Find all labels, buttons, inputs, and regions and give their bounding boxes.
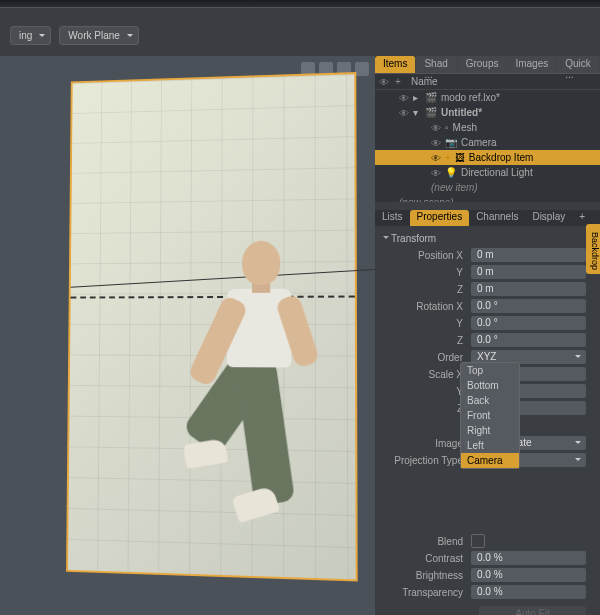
- label-scaley: Y: [383, 386, 471, 397]
- input-roty[interactable]: 0.0 °: [471, 316, 586, 330]
- popup-right[interactable]: Right: [461, 423, 519, 438]
- input-posy[interactable]: 0 m: [471, 265, 586, 279]
- panel-tabs: Items Shad ... Groups Images Quick ...: [375, 56, 600, 74]
- label-posx: Position X: [383, 250, 471, 261]
- input-contrast[interactable]: 0.0 %: [471, 551, 586, 565]
- label-scalex: Scale X: [383, 369, 471, 380]
- popup-left[interactable]: Left: [461, 438, 519, 453]
- item-tree[interactable]: 👁 + Name 👁▸🎬modo ref.lxo* 👁▾🎬Untitled* 👁…: [375, 74, 600, 202]
- toolbar: ing Work Plane: [0, 24, 600, 46]
- tree-item-new-scene[interactable]: (new scene): [375, 195, 600, 202]
- popup-top[interactable]: Top: [461, 363, 519, 378]
- vtab-backdrop[interactable]: Backdrop: [586, 224, 600, 274]
- property-tabs: Lists Properties Channels Display +: [375, 210, 600, 226]
- label-projection: Projection Type: [383, 455, 471, 466]
- tree-item-scene-ref[interactable]: 👁▸🎬modo ref.lxo*: [375, 90, 600, 105]
- popup-bottom[interactable]: Bottom: [461, 378, 519, 393]
- tab-shad[interactable]: Shad ...: [416, 56, 457, 73]
- tab-lists[interactable]: Lists: [375, 210, 410, 226]
- viewport-3d[interactable]: [0, 56, 375, 615]
- tab-items[interactable]: Items: [375, 56, 416, 73]
- tab-channels[interactable]: Channels: [469, 210, 525, 226]
- label-order: Order: [383, 352, 471, 363]
- input-posx[interactable]: 0 m: [471, 248, 586, 262]
- popup-back[interactable]: Back: [461, 393, 519, 408]
- tree-item-new[interactable]: (new item): [375, 180, 600, 195]
- label-brightness: Brightness: [383, 570, 471, 581]
- popup-front[interactable]: Front: [461, 408, 519, 423]
- snapping-dropdown[interactable]: ing: [10, 26, 51, 45]
- checkbox-blend[interactable]: [471, 534, 485, 548]
- backdrop-image-figure: [166, 240, 338, 526]
- right-panel: Items Shad ... Groups Images Quick ... 👁…: [375, 56, 600, 615]
- input-brightness[interactable]: 0.0 %: [471, 568, 586, 582]
- tree-item-scene-untitled[interactable]: 👁▾🎬Untitled*: [375, 105, 600, 120]
- label-contrast: Contrast: [383, 553, 471, 564]
- label-roty: Y: [383, 318, 471, 329]
- input-posz[interactable]: 0 m: [471, 282, 586, 296]
- popup-camera[interactable]: Camera: [461, 453, 519, 468]
- tree-item-mesh[interactable]: 👁▫Mesh: [375, 120, 600, 135]
- projection-popup[interactable]: Top Bottom Back Front Right Left Camera: [460, 362, 520, 469]
- name-column: Name: [411, 76, 438, 87]
- tree-item-light[interactable]: 👁💡Directional Light: [375, 165, 600, 180]
- label-blend: Blend: [383, 536, 471, 547]
- visibility-column-icon: 👁: [379, 77, 389, 87]
- label-image: Image: [383, 438, 471, 449]
- label-scalez: Z: [383, 403, 471, 414]
- input-transparency[interactable]: 0.0 %: [471, 585, 586, 599]
- maximize-icon[interactable]: [355, 62, 369, 76]
- tree-item-camera[interactable]: 👁📷Camera: [375, 135, 600, 150]
- label-posy: Y: [383, 267, 471, 278]
- add-item-icon[interactable]: +: [395, 76, 405, 87]
- workplane-dropdown[interactable]: Work Plane: [59, 26, 139, 45]
- window-chrome: [0, 0, 600, 8]
- label-posz: Z: [383, 284, 471, 295]
- tab-groups[interactable]: Groups: [458, 56, 508, 73]
- label-transparency: Transparency: [383, 587, 471, 598]
- tab-display[interactable]: Display: [525, 210, 572, 226]
- tab-quick[interactable]: Quick ...: [557, 56, 600, 73]
- tree-item-backdrop[interactable]: 👁+🖼Backdrop Item: [375, 150, 600, 165]
- tab-images[interactable]: Images: [507, 56, 557, 73]
- tab-properties[interactable]: Properties: [410, 210, 470, 226]
- input-rotx[interactable]: 0.0 °: [471, 299, 586, 313]
- label-rotz: Z: [383, 335, 471, 346]
- autofit-button: Auto Fit: [479, 606, 586, 615]
- input-rotz[interactable]: 0.0 °: [471, 333, 586, 347]
- group-transform[interactable]: Transform: [383, 230, 596, 247]
- label-rotx: Rotation X: [383, 301, 471, 312]
- backdrop-plane[interactable]: [66, 72, 358, 581]
